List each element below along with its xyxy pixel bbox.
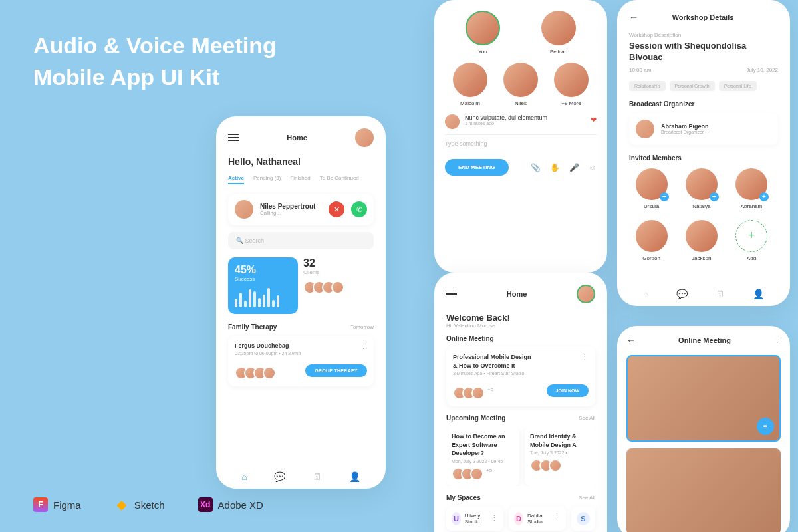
accept-icon[interactable]: ✆ <box>351 201 367 217</box>
search-input[interactable]: 🔍 Search <box>228 232 374 249</box>
greeting: Hello, Nathaneal <box>228 156 374 167</box>
workshop-title: Session with Shequondolisa Bivouac <box>629 41 778 63</box>
member[interactable]: Gordon <box>629 220 674 261</box>
tag[interactable]: Relationship <box>629 81 666 91</box>
space-card[interactable]: UUlively Studio⋮ <box>446 507 503 531</box>
section-title: Family Therapy <box>228 323 277 331</box>
audio-wave-icon[interactable]: ≡ <box>757 418 774 435</box>
page-title: Online Meeting <box>678 336 731 344</box>
space-card[interactable]: DDahlia Studio⋮ <box>509 507 566 531</box>
call-status: Calling... <box>260 210 322 216</box>
tag[interactable]: Personal Growth <box>670 81 715 91</box>
tags: Relationship Personal Growth Personal Li… <box>629 81 778 91</box>
appointment-card[interactable]: Fergus Douchebag⋮ 03:35pm to 06:00pm • 2… <box>228 336 374 386</box>
decline-icon[interactable]: ✕ <box>329 201 344 217</box>
design-tools: FFigma ◆Sketch XdAdobe XD <box>33 497 263 512</box>
menu-icon[interactable] <box>228 134 239 142</box>
more-icon[interactable]: ⋮ <box>773 336 781 345</box>
mic-icon[interactable]: 🎤 <box>569 163 579 172</box>
upcoming-card[interactable]: Brand Identity & Mobile Design ATue, Jul… <box>525 427 595 486</box>
see-all-link[interactable]: See All <box>579 415 595 421</box>
tabs: Active Pending (3) Finished To Be Contin… <box>228 175 374 184</box>
add-member[interactable]: +Add <box>729 220 773 261</box>
nav-calendar-icon[interactable]: 🗓 <box>313 471 322 482</box>
tab-pending[interactable]: Pending (3) <box>253 175 281 184</box>
tab-finished[interactable]: Finished <box>290 175 310 184</box>
stat-clients: 32 Clients <box>303 257 373 314</box>
nav-home-icon[interactable]: ⌂ <box>241 471 247 482</box>
member[interactable]: +Ursula <box>629 168 674 209</box>
avatar[interactable] <box>355 128 374 147</box>
welcome-title: Welcome Back! <box>446 313 595 323</box>
participant[interactable]: Niles <box>503 63 538 106</box>
online-meeting-label: Online Meeting <box>446 335 595 342</box>
meeting-card[interactable]: Professional Mobile Design& How to Overc… <box>446 346 595 406</box>
nav-home-icon[interactable]: ⌂ <box>643 289 648 299</box>
page-title: Workshop Details <box>672 13 734 21</box>
nav-chat-icon[interactable]: 💬 <box>676 289 688 299</box>
message-input[interactable]: Type something <box>445 134 597 152</box>
screen-home-dashboard: Home Hello, Nathaneal Active Pending (3)… <box>216 116 386 489</box>
member[interactable]: +Natalya <box>679 168 724 209</box>
video-tile[interactable] <box>626 448 781 532</box>
video-tile-active[interactable]: ≡ <box>626 355 781 442</box>
screen-meeting-grid: You Pelican Malcolm Niles +8 More Nunc v… <box>434 0 607 273</box>
caller-avatar <box>235 200 253 219</box>
page-title: Home <box>287 134 307 142</box>
emoji-icon[interactable]: ☺ <box>589 163 597 172</box>
back-icon[interactable]: ← <box>629 12 638 23</box>
participant[interactable]: Malcolm <box>453 63 487 106</box>
organizer-card[interactable]: Abraham PigeonBroadcast Organizer <box>629 113 778 145</box>
participant[interactable]: Pelican <box>541 11 576 55</box>
caller-name: Niles Peppertrout <box>260 203 322 210</box>
tab-continued[interactable]: To Be Continued <box>320 175 359 184</box>
nav-chat-icon[interactable]: 💬 <box>274 471 285 482</box>
stat-success: 45% Success <box>228 257 298 314</box>
screen-online-meeting: ← Online Meeting ⋮ ≡ <box>617 326 790 532</box>
nav-calendar-icon[interactable]: 🗓 <box>716 289 725 299</box>
more-icon[interactable]: ⋮ <box>360 342 367 351</box>
tool-xd: XdAdobe XD <box>198 497 263 512</box>
heart-icon[interactable]: ❤ <box>591 116 597 124</box>
bottom-nav: ⌂ 💬 🗓 👤 <box>228 471 374 482</box>
attach-icon[interactable]: 📎 <box>531 163 541 172</box>
page-title: Home <box>507 290 527 298</box>
screen-workshop-details: ← Workshop Details Workshop Description … <box>617 0 790 306</box>
group-therapy-button[interactable]: GROUP THERAPY <box>305 364 367 377</box>
avatar[interactable] <box>577 285 595 303</box>
menu-icon[interactable] <box>446 291 457 298</box>
member[interactable]: +Abraham <box>729 168 773 209</box>
member[interactable]: Jackson <box>679 220 724 261</box>
end-meeting-button[interactable]: END MEETING <box>445 159 509 176</box>
upcoming-card[interactable]: How to Become an Expert Software Develop… <box>446 427 519 486</box>
nav-profile-icon[interactable]: 👤 <box>349 471 360 482</box>
bottom-nav: ⌂ 💬 🗓 👤 <box>629 289 778 299</box>
back-icon[interactable]: ← <box>626 335 636 346</box>
chat-message: Nunc vulputate, dui elementum1 minutes a… <box>445 114 597 129</box>
see-all-link[interactable]: See All <box>579 495 595 501</box>
participant[interactable]: You <box>466 11 500 55</box>
participant-more[interactable]: +8 More <box>554 63 589 106</box>
tool-sketch: ◆Sketch <box>114 497 165 512</box>
screen-welcome: Home Welcome Back! Hi, Valentino Morose … <box>434 273 607 532</box>
join-button[interactable]: JOIN NOW <box>547 384 589 397</box>
call-card: Niles Peppertrout Calling... ✕ ✆ <box>228 194 374 225</box>
nav-profile-icon[interactable]: 👤 <box>753 289 764 299</box>
hand-icon[interactable]: ✋ <box>550 163 560 172</box>
more-icon[interactable]: ⋮ <box>581 353 589 370</box>
tab-active[interactable]: Active <box>228 175 244 184</box>
hero-title: Audio & Voice Meeting Mobile App UI Kit <box>33 30 277 93</box>
tool-figma: FFigma <box>33 497 81 512</box>
space-card[interactable]: S <box>571 507 595 531</box>
tag[interactable]: Personal Life <box>719 81 757 91</box>
